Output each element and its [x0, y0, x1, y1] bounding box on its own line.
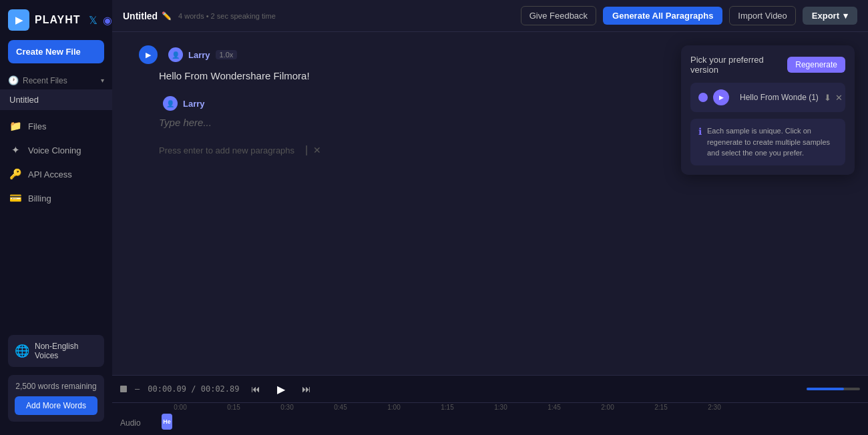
non-english-voices-banner[interactable]: 🌐 Non-English Voices	[8, 335, 104, 367]
voice-name-2[interactable]: Larry	[183, 99, 205, 109]
ruler-label-5: 1:15	[421, 404, 474, 411]
skip-back-button[interactable]: ⏮	[248, 381, 264, 397]
billing-icon: 💳	[9, 192, 21, 204]
ruler-label-1: 0:15	[207, 404, 260, 411]
ruler-label-6: 1:30	[474, 404, 527, 411]
ruler-label-3: 0:45	[314, 404, 367, 411]
audio-clip[interactable]: He	[162, 414, 172, 430]
discord-icon[interactable]: ◉	[103, 14, 112, 27]
timeline-ruler: 0:00 0:15 0:30 0:45 1:00 1:15 1:30 1:45 …	[112, 403, 868, 411]
press-enter-separator: |	[305, 144, 308, 156]
sidebar-item-label: API Access	[28, 169, 72, 179]
ruler-label-8: 2:00	[581, 404, 634, 411]
close-hint-icon[interactable]: ✕	[313, 145, 321, 155]
timeline-controls: — 00:00.09 / 00:02.89 ⏮ ▶ ⏭	[112, 376, 868, 403]
voice-cloning-icon: ✦	[9, 144, 21, 156]
sidebar-header: ▶ PLAYHT 𝕏 ◉	[0, 0, 112, 37]
file-meta: 4 words • 2 sec speaking time	[178, 12, 276, 20]
volume-slider[interactable]	[807, 388, 860, 390]
sidebar-item-label: Voice Cloning	[28, 145, 81, 155]
import-video-button[interactable]: Import Video	[729, 6, 795, 25]
sidebar-item-voice-cloning[interactable]: ✦ Voice Cloning	[0, 138, 112, 162]
volume-fill	[807, 388, 844, 390]
voice-name-1[interactable]: Larry	[188, 50, 210, 60]
top-bar: Untitled ✏️ 4 words • 2 sec speaking tim…	[112, 0, 868, 32]
track-content: He	[154, 414, 860, 432]
info-icon: ℹ	[698, 126, 702, 159]
audio-track-row: Audio He	[112, 411, 868, 435]
nav-items: 📁 Files ✦ Voice Cloning 🔑 API Access 💳 B…	[0, 114, 112, 210]
files-icon: 📁	[9, 120, 21, 132]
sample-icons: ⬇ ✕	[824, 93, 843, 103]
audio-sample: ▶ Hello From Wonde (1) ⬇ ✕	[690, 83, 845, 112]
time-total: 00:02.89	[201, 384, 240, 394]
volume-control	[807, 388, 860, 390]
file-title: Untitled	[123, 11, 158, 21]
info-box: ℹ Each sample is unique. Click on regene…	[690, 119, 845, 165]
export-button[interactable]: Export ▾	[803, 7, 857, 25]
file-title-area: Untitled ✏️ 4 words • 2 sec speaking tim…	[123, 11, 276, 21]
download-icon[interactable]: ⬇	[824, 93, 831, 103]
chevron-down-icon: ▾	[101, 77, 104, 84]
logo-icon: ▶	[8, 9, 29, 31]
non-english-icon: 🌐	[15, 344, 29, 358]
time-display: 00:00.09 / 00:02.89	[148, 384, 239, 394]
ruler-label-7: 1:45	[527, 404, 581, 411]
main-content: Untitled ✏️ 4 words • 2 sec speaking tim…	[112, 0, 868, 435]
info-text: Each sample is unique. Click on regenera…	[707, 125, 837, 159]
voice-avatar-1: 👤	[168, 47, 183, 62]
ruler-label-4: 1:00	[367, 404, 421, 411]
play-button[interactable]: ▶	[272, 380, 290, 398]
stop-button[interactable]	[120, 386, 127, 392]
skip-forward-button[interactable]: ⏭	[298, 381, 314, 397]
sidebar-item-billing[interactable]: 💳 Billing	[0, 186, 112, 210]
timeline-bar: — 00:00.09 / 00:02.89 ⏮ ▶ ⏭ 0:	[112, 375, 868, 435]
sidebar-item-api-access[interactable]: 🔑 API Access	[0, 162, 112, 186]
time-display-current: —	[135, 384, 140, 394]
sidebar-item-files[interactable]: 📁 Files	[0, 114, 112, 138]
regenerate-button[interactable]: Regenerate	[787, 57, 845, 73]
give-feedback-button[interactable]: Give Feedback	[521, 6, 596, 25]
version-panel-header: Pick your preferred version Regenerate	[690, 55, 845, 75]
sample-label: Hello From Wonde (1)	[740, 93, 819, 102]
sidebar-item-label: Files	[28, 121, 46, 131]
ruler-label-2: 0:30	[260, 404, 314, 411]
time-current: 00:00.09	[148, 384, 186, 394]
ruler-track: 0:00 0:15 0:30 0:45 1:00 1:15 1:30 1:45 …	[154, 404, 860, 411]
recent-file-item[interactable]: Untitled	[0, 89, 112, 110]
sample-radio[interactable]	[698, 93, 708, 102]
non-english-label: Non-English Voices	[35, 342, 97, 360]
add-words-button[interactable]: Add More Words	[15, 396, 97, 415]
editor-area: ▶ 👤 Larry 1.0x Hello From Wondershare Fi…	[112, 32, 868, 375]
speed-badge-1[interactable]: 1.0x	[216, 50, 238, 59]
create-new-button[interactable]: Create New File	[8, 40, 104, 63]
chevron-down-icon: ▾	[843, 11, 848, 21]
words-remaining-box: 2,500 words remaining Add More Words	[8, 375, 104, 422]
ruler-label-0: 0:00	[154, 404, 207, 411]
ruler-label-10: 2:30	[688, 404, 741, 411]
twitter-icon[interactable]: 𝕏	[89, 14, 97, 27]
sidebar-item-label: Billing	[28, 193, 51, 203]
close-sample-icon[interactable]: ✕	[835, 93, 843, 103]
voice-avatar-2: 👤	[163, 96, 178, 111]
version-panel: Pick your preferred version Regenerate ▶…	[681, 45, 855, 175]
sidebar: ▶ PLAYHT 𝕏 ◉ Create New File 🕐 Recent Fi…	[0, 0, 112, 435]
api-access-icon: 🔑	[9, 168, 21, 180]
ruler-label-9: 2:15	[634, 404, 688, 411]
edit-icon[interactable]: ✏️	[162, 11, 172, 21]
export-label: Export	[812, 11, 839, 21]
recent-files-toggle[interactable]: 🕐 Recent Files ▾	[0, 71, 112, 89]
track-label: Audio	[120, 418, 154, 428]
top-bar-actions: Give Feedback Generate All Paragraphs Im…	[521, 6, 857, 25]
recent-files-label: 🕐 Recent Files	[8, 75, 67, 85]
version-title: Pick your preferred version	[690, 55, 787, 75]
generate-all-button[interactable]: Generate All Paragraphs	[603, 7, 722, 25]
words-count: 2,500 words remaining	[15, 382, 97, 391]
play-paragraph-1-button[interactable]: ▶	[139, 45, 158, 64]
sidebar-bottom: 🌐 Non-English Voices 2,500 words remaini…	[0, 327, 112, 435]
logo-text: PLAYHT	[35, 14, 81, 26]
sample-play-button[interactable]: ▶	[713, 89, 729, 105]
press-enter-text: Press enter to add new paragraphs	[159, 145, 294, 155]
